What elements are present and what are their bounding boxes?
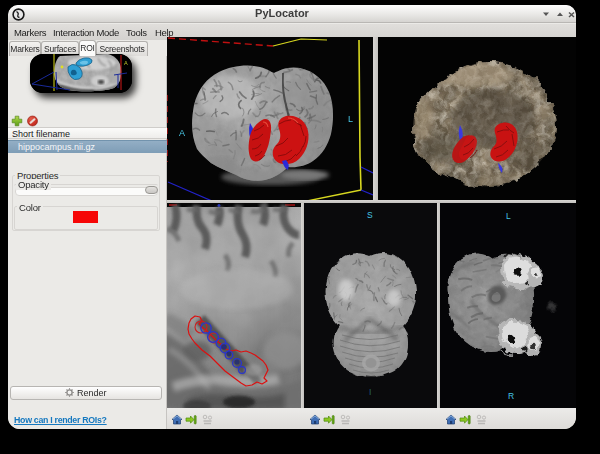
svg-text:A: A [124,60,128,66]
svg-text:R: R [508,391,514,401]
svg-text:L: L [348,114,353,124]
svg-text:A: A [179,128,185,138]
svg-text:I: I [369,387,371,397]
svg-text:L: L [506,211,511,221]
svg-text:S: S [367,210,373,220]
